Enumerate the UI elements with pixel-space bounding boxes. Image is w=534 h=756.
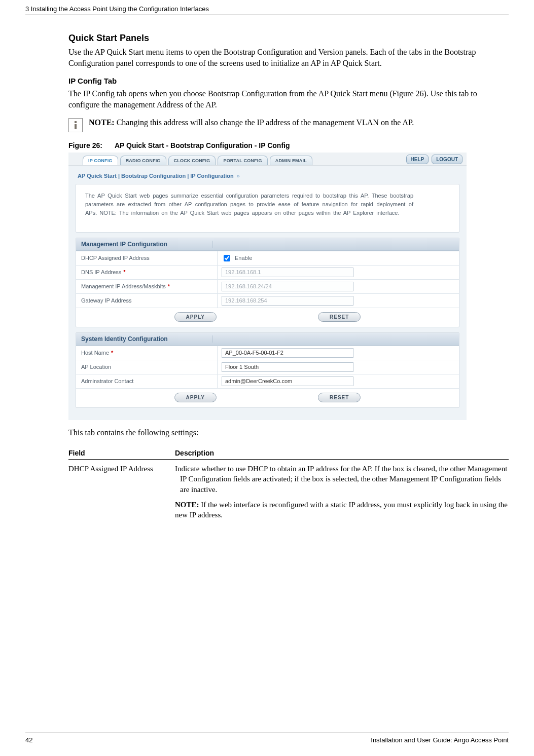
table-row: DHCP Assigned IP Address Indicate whethe… xyxy=(68,460,509,525)
hostname-input[interactable] xyxy=(222,348,353,358)
subsection-title: IP Config Tab xyxy=(68,77,509,85)
management-ip-panel: Management IP Configuration DHCP Assigne… xyxy=(76,238,459,327)
gateway-label: Gateway IP Address xyxy=(76,294,217,308)
section-title: Quick Start Panels xyxy=(68,33,509,44)
page-footer: 42 Installation and User Guide: Airgo Ac… xyxy=(25,733,509,744)
th-field: Field xyxy=(68,449,175,457)
system-identity-panel: System Identity Configuration Host Name … xyxy=(76,332,459,408)
subsection-body: The IP Config tab opens when you choose … xyxy=(68,88,509,110)
row-hostname: Host Name * xyxy=(76,346,459,360)
mgmt-input[interactable] xyxy=(222,282,353,291)
sys-button-row: APPLY RESET xyxy=(76,388,459,407)
desc-para-1: Indicate whether to use DHCP to obtain a… xyxy=(175,464,509,495)
tab-portal-config[interactable]: PORTAL CONFIG xyxy=(218,156,267,165)
dns-input[interactable] xyxy=(222,268,353,277)
apply-button[interactable]: APPLY xyxy=(174,393,217,402)
breadcrumb-arrows-icon: » xyxy=(237,173,240,179)
settings-table: Field Description DHCP Assigned IP Addre… xyxy=(68,447,509,525)
footer-title: Installation and User Guide: Airgo Acces… xyxy=(371,736,509,744)
note-block: NOTE: Changing this address will also ch… xyxy=(68,117,509,132)
dhcp-enable-text: Enable xyxy=(235,255,252,261)
tab-ip-config[interactable]: IP CONFIG xyxy=(83,156,118,165)
note-text: NOTE: Changing this address will also ch… xyxy=(89,117,414,128)
row-dns: DNS IP Address * xyxy=(76,265,459,279)
gateway-input[interactable] xyxy=(222,296,353,306)
running-header: 3 Installing the Access Point Using the … xyxy=(25,5,509,15)
intro-panel: The AP Quick Start web pages summarize e… xyxy=(76,184,459,232)
breadcrumb: AP Quick Start | Bootstrap Configuration… xyxy=(76,170,459,184)
row-gateway: Gateway IP Address xyxy=(76,293,459,308)
admin-label: Adminstrator Contact xyxy=(76,374,217,388)
location-input[interactable] xyxy=(222,362,353,372)
help-button[interactable]: HELP xyxy=(406,155,429,164)
tab-strip: IP CONFIG RADIO CONFIG CLOCK CONFIG PORT… xyxy=(68,153,467,166)
location-label: AP Location xyxy=(76,360,217,374)
desc-note-label: NOTE: xyxy=(175,501,199,509)
dhcp-checkbox[interactable] xyxy=(224,255,230,261)
th-description: Description xyxy=(175,449,509,457)
row-mgmt: Management IP Address/Maskbits * xyxy=(76,279,459,293)
intro-text: The AP Quick Start web pages summarize e… xyxy=(76,184,459,232)
breadcrumb-text: AP Quick Start | Bootstrap Configuration… xyxy=(78,173,234,179)
note-body: Changing this address will also change t… xyxy=(115,118,414,127)
required-icon: * xyxy=(168,283,170,289)
admin-input[interactable] xyxy=(222,376,353,386)
tab-radio-config[interactable]: RADIO CONFIG xyxy=(120,156,166,165)
reset-button[interactable]: RESET xyxy=(318,312,361,322)
logout-button[interactable]: LOGOUT xyxy=(432,155,462,164)
after-figure-text: This tab contains the following settings… xyxy=(68,427,509,438)
note-label: NOTE: xyxy=(89,118,115,127)
hostname-label: Host Name xyxy=(81,350,109,356)
screenshot-panel: IP CONFIG RADIO CONFIG CLOCK CONFIG PORT… xyxy=(68,153,467,420)
sys-header-label: System Identity Configuration xyxy=(81,335,212,343)
row-admin: Adminstrator Contact xyxy=(76,374,459,388)
info-icon xyxy=(68,118,83,132)
mip-button-row: APPLY RESET xyxy=(76,308,459,327)
header-text: 3 Installing the Access Point Using the … xyxy=(25,5,209,13)
sys-header: System Identity Configuration xyxy=(76,333,459,346)
row-location: AP Location xyxy=(76,360,459,374)
section-intro: Use the AP Quick Start menu items to ope… xyxy=(68,47,509,68)
page-number: 42 xyxy=(25,736,32,744)
td-description: Indicate whether to use DHCP to obtain a… xyxy=(175,464,509,525)
figure-title: AP Quick Start - Bootstrap Configuration… xyxy=(115,141,290,149)
dhcp-label: DHCP Assigned IP Address xyxy=(76,251,217,265)
table-header: Field Description xyxy=(68,447,509,460)
reset-button[interactable]: RESET xyxy=(318,393,361,402)
required-icon: * xyxy=(111,350,113,356)
figure-number: Figure 26: xyxy=(68,141,102,149)
required-icon: * xyxy=(123,269,125,275)
desc-note-text: If the web interface is reconfigured wit… xyxy=(175,501,508,519)
mgmt-label: Management IP Address/Maskbits xyxy=(81,283,166,289)
apply-button[interactable]: APPLY xyxy=(174,312,217,322)
tab-admin-email[interactable]: ADMIN EMAIL xyxy=(270,156,312,165)
figure-caption: Figure 26:AP Quick Start - Bootstrap Con… xyxy=(68,141,509,149)
row-dhcp: DHCP Assigned IP Address Enable xyxy=(76,251,459,265)
dns-label: DNS IP Address xyxy=(81,269,121,275)
td-field: DHCP Assigned IP Address xyxy=(68,464,175,525)
tab-clock-config[interactable]: CLOCK CONFIG xyxy=(168,156,216,165)
mip-header-label: Management IP Configuration xyxy=(81,241,212,248)
mip-header: Management IP Configuration xyxy=(76,238,459,251)
